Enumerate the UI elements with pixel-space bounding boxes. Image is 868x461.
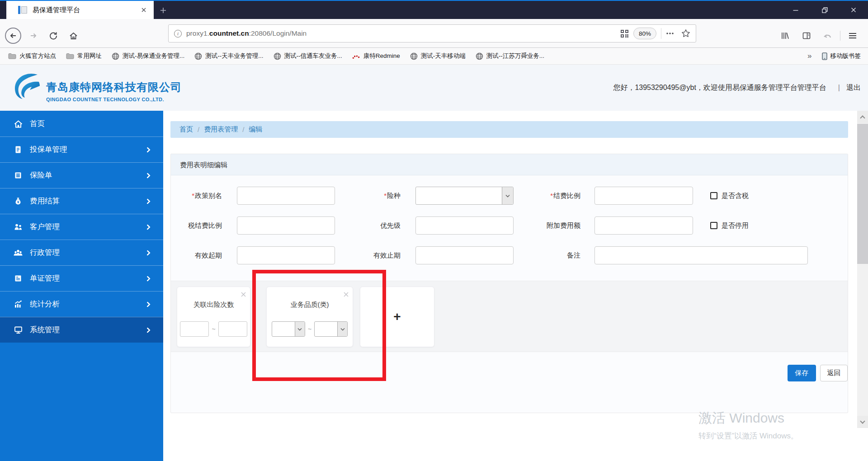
money-bag-icon: ¥ [13,197,24,206]
url-bar[interactable]: i proxy1.countnet.cn:20806/Login/Main 80… [168,24,696,42]
label-settlement-ratio: *结费比例 [514,187,580,205]
sidebar-toggle-button[interactable] [798,28,815,44]
label-valid-to: 有效止期 [343,246,401,264]
breadcrumb: 首页 / 费用表管理 / 编辑 [170,121,848,138]
hamburger-icon [849,33,857,39]
scrollbar-thumb[interactable] [857,124,868,264]
label-policy-alias: *政策别名 [171,187,222,205]
mobile-bookmarks-button[interactable]: 移动版书签 [822,52,861,60]
bookmark-item[interactable]: 测试--天丰业务管理... [194,52,263,60]
chevron-right-icon [145,327,151,333]
sidebar-item-certificates[interactable]: 单证管理 [0,265,163,291]
scrollbar-down-button[interactable] [857,416,868,428]
window-accent-line [0,0,868,1]
sidebar-item-applications[interactable]: 投保单管理 [0,136,163,162]
globe-icon [112,52,119,60]
bookmark-folder[interactable]: 火狐官方站点 [8,52,56,60]
sidebar-item-home[interactable]: 首页 [0,111,163,136]
forward-button[interactable] [25,28,42,44]
home-button[interactable] [65,28,81,44]
bookmark-item[interactable]: 测试-易保通业务管理... [112,52,184,60]
policy-list-icon [13,171,24,180]
settlement-ratio-input[interactable] [594,187,693,205]
back-button-form[interactable]: 返回 [820,365,848,381]
menu-button[interactable] [844,28,861,44]
tab-bar: 易保通管理平台 [0,1,868,19]
breadcrumb-current: 编辑 [249,125,262,134]
undo-arrow-icon [822,31,832,40]
remark-input[interactable] [594,246,808,264]
tab-title: 易保通管理平台 [33,6,140,14]
bookmark-item[interactable]: 测试--信通车友业务... [274,52,342,60]
claim-count-max-input[interactable] [218,321,247,337]
browser-tab[interactable]: 易保通管理平台 [6,1,154,19]
forward-arrow-icon [29,31,38,40]
qr-code-icon[interactable] [620,29,629,38]
scrollbar-up-button[interactable] [857,111,868,123]
priority-input[interactable] [415,216,514,235]
sidebar-panel-icon [802,31,811,40]
statistics-icon [13,300,24,309]
bookmark-item[interactable]: 测试-天丰移动端 [410,52,466,60]
breadcrumb-home[interactable]: 首页 [179,125,193,134]
select-chevron-down-icon[interactable] [502,187,513,204]
tax-settlement-ratio-input[interactable] [237,216,335,235]
toolbar-divider [840,31,840,41]
sidebar-item-fee-settlement[interactable]: ¥ 费用结算 [0,188,163,214]
zoom-level-badge[interactable]: 80% [633,28,656,39]
additional-fee-input[interactable] [594,216,693,235]
minimize-button[interactable] [781,1,810,19]
label-priority: 优先级 [343,216,401,235]
valid-from-input[interactable] [237,246,335,264]
library-button[interactable] [777,28,793,44]
undo-close-tab-button[interactable] [819,28,835,44]
suspended-checkbox[interactable] [710,222,717,229]
close-button[interactable] [839,1,868,19]
label-additional-fee: 附加费用额 [514,216,580,235]
restore-icon [821,7,828,14]
url-text: proxy1.countnet.cn:20806/Login/Main [186,29,620,38]
bookmark-item[interactable]: 康特Redmine [352,52,400,60]
sidebar-item-customers[interactable]: 客户管理 [0,214,163,240]
label-remark: 备注 [514,246,580,264]
tab-close-icon[interactable] [140,6,147,14]
claim-count-min-input[interactable] [180,321,209,337]
user-greeting: 您好，13953290495@ybt，欢迎使用易保通服务管理平台管理平台 | 退… [613,65,861,111]
navigation-toolbar: i proxy1.countnet.cn:20806/Login/Main 80… [0,19,868,48]
sidebar-item-statistics[interactable]: 统计分析 [0,291,163,317]
back-button[interactable] [5,28,21,44]
company-logo [13,72,42,103]
reload-button[interactable] [45,28,61,44]
company-name: 青岛康特网络科技有限公司 QINGDAO COUNTNET TECHNOLOGY… [46,80,182,102]
valid-to-input[interactable] [415,246,514,264]
bookmark-item[interactable]: 测试--江苏万舜业务... [476,52,544,60]
card-title: 关联出险次数 [177,301,250,309]
insurance-type-select[interactable] [415,187,514,205]
new-tab-button[interactable] [157,5,169,16]
page-actions-icon[interactable] [666,32,674,35]
back-arrow-icon [9,31,18,40]
policy-alias-input[interactable] [237,187,335,205]
bookmarks-overflow-button[interactable]: » [807,52,811,61]
reload-icon [49,31,58,40]
sidebar-item-system[interactable]: 系统管理 [0,317,163,343]
greeting-divider: | [838,84,840,92]
sidebar-item-policies[interactable]: 保险单 [0,162,163,188]
site-info-icon[interactable]: i [174,30,182,38]
restore-button[interactable] [810,1,839,19]
tax-included-checkbox[interactable] [710,192,717,199]
content-scrollbar[interactable] [857,111,868,428]
bookmark-folder[interactable]: 常用网址 [66,52,102,60]
logout-link[interactable]: 退出 [846,83,861,93]
mobile-phone-icon [822,52,827,60]
sidebar-item-administration[interactable]: 行政管理 [0,240,163,265]
windows-activation-watermark: 激活 Windows 转到“设置”以激活 Windows。 [698,409,798,441]
label-valid-from: 有效起期 [171,246,222,264]
library-icon [780,31,789,40]
home-icon [13,119,24,128]
system-monitor-icon [13,325,24,334]
save-button[interactable]: 保存 [788,365,816,381]
card-close-icon[interactable] [241,291,246,299]
bookmark-star-icon[interactable] [681,29,690,38]
breadcrumb-section[interactable]: 费用表管理 [204,125,238,134]
